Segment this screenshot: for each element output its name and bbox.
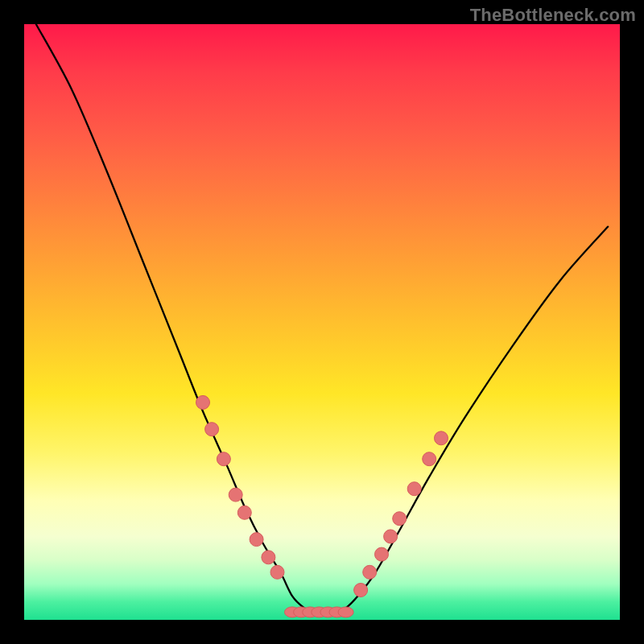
marker-dot (375, 547, 389, 561)
marker-dot (217, 452, 230, 466)
marker-dot (237, 506, 251, 519)
marker-dot (435, 431, 448, 445)
marker-dot (407, 482, 421, 496)
plot-area (24, 24, 620, 620)
marker-dot (393, 512, 407, 526)
marker-dot (384, 530, 398, 543)
marker-dot (423, 452, 436, 466)
marker-cluster-left (196, 395, 285, 579)
watermark-text: TheBottleneck.com (470, 5, 636, 26)
marker-dot (354, 584, 368, 597)
marker-dot (262, 551, 275, 564)
marker-dot (338, 607, 353, 617)
marker-dot (250, 533, 263, 547)
marker-dot (196, 395, 210, 409)
marker-cluster-right (354, 431, 448, 597)
marker-dot (205, 423, 219, 436)
marker-dot (229, 488, 242, 502)
marker-cluster-bottom (285, 607, 354, 617)
bottleneck-curve (36, 24, 608, 615)
chart-frame: TheBottleneck.com (0, 0, 644, 644)
marker-dot (270, 565, 284, 579)
marker-dot (363, 565, 377, 579)
curve-svg (24, 24, 620, 620)
